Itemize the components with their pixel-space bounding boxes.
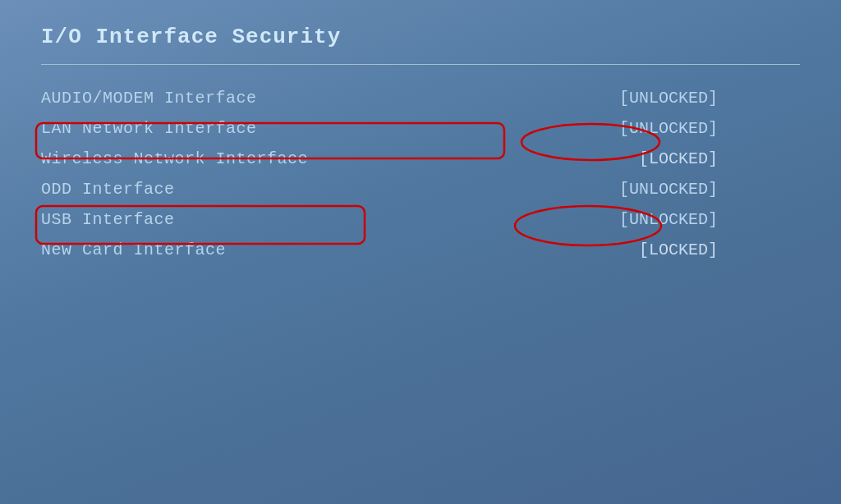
interface-status-odd: [UNLOCKED]	[619, 180, 718, 199]
interface-name-lan: LAN Network Interface	[41, 119, 257, 138]
interface-list: AUDIO/MODEM Interface [UNLOCKED] LAN Net…	[41, 83, 800, 265]
title-divider	[41, 64, 800, 65]
interface-row-usb[interactable]: USB Interface [UNLOCKED]	[41, 204, 800, 235]
interface-status-lan: [UNLOCKED]	[619, 119, 718, 138]
interface-name-audio-modem: AUDIO/MODEM Interface	[41, 89, 257, 108]
interface-name-new-card: New Card Interface	[41, 241, 226, 259]
page-title: I/O Interface Security	[41, 25, 800, 49]
interface-row-odd[interactable]: ODD Interface [UNLOCKED]	[41, 174, 800, 204]
interface-row-audio-modem[interactable]: AUDIO/MODEM Interface [UNLOCKED]	[41, 83, 800, 113]
interface-row-new-card[interactable]: New Card Interface [LOCKED]	[41, 235, 800, 265]
interface-status-new-card: [LOCKED]	[639, 241, 718, 259]
interface-status-wireless: [LOCKED]	[639, 149, 718, 168]
bios-screen: I/O Interface Security AUDIO/MODEM Inter…	[0, 0, 841, 504]
interface-name-odd: ODD Interface	[41, 180, 175, 199]
interface-name-usb: USB Interface	[41, 210, 175, 229]
interface-status-audio-modem: [UNLOCKED]	[619, 89, 718, 108]
interface-row-lan[interactable]: LAN Network Interface [UNLOCKED]	[41, 113, 800, 144]
interface-name-wireless: Wireless Network Interface	[41, 149, 308, 168]
interface-status-usb: [UNLOCKED]	[619, 210, 718, 229]
interface-row-wireless[interactable]: Wireless Network Interface [LOCKED]	[41, 144, 800, 174]
